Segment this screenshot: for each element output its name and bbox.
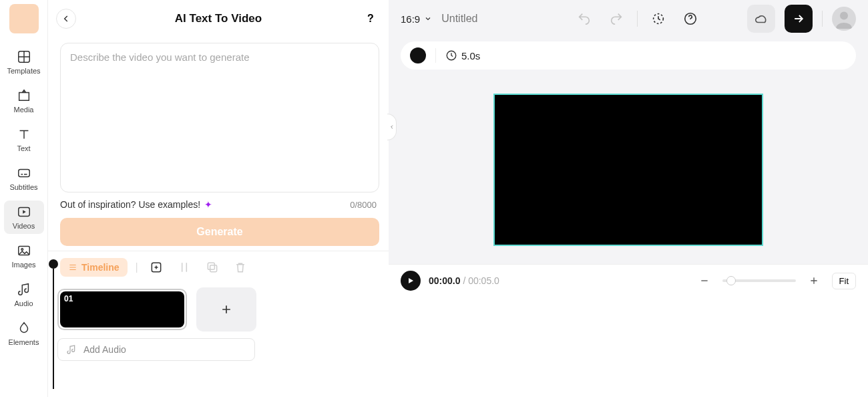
- help-top-button[interactable]: [679, 7, 702, 30]
- sidebar-item-elements[interactable]: Elements: [4, 317, 44, 350]
- split-button[interactable]: [174, 257, 194, 277]
- minus-icon: [699, 275, 710, 286]
- scene-duration: 5.0s: [461, 50, 480, 61]
- inspiration-link[interactable]: Out of inspiration? Use examples! ✦: [60, 199, 212, 210]
- history-icon: [651, 11, 666, 26]
- sidebar-item-text[interactable]: Text: [4, 123, 44, 156]
- svg-rect-6: [210, 265, 216, 272]
- scene-color-swatch[interactable]: [410, 47, 426, 63]
- text-icon: [17, 127, 31, 142]
- add-clip-button[interactable]: [196, 287, 256, 332]
- add-scene-button[interactable]: [146, 257, 166, 277]
- svg-rect-7: [208, 263, 214, 269]
- zoom-slider[interactable]: [722, 279, 796, 282]
- sidebar-item-templates[interactable]: Templates: [4, 45, 44, 79]
- sidebar-item-label: Images: [11, 261, 35, 269]
- copy-button[interactable]: [202, 257, 222, 277]
- clip-number: 01: [64, 294, 73, 303]
- sparkle-icon: ✦: [204, 199, 212, 210]
- help-button[interactable]: ?: [361, 9, 381, 29]
- sidebar-item-label: Elements: [9, 338, 39, 346]
- elements-icon: [17, 321, 31, 336]
- trash-icon: [234, 261, 247, 274]
- videos-icon: [17, 205, 31, 219]
- export-button[interactable]: [785, 5, 813, 33]
- chevron-left-icon: [61, 14, 71, 23]
- delete-button[interactable]: [230, 257, 250, 277]
- chevron-left-icon: [389, 124, 395, 130]
- svg-point-4: [21, 249, 23, 251]
- project-title-input[interactable]: [441, 13, 521, 25]
- fit-button[interactable]: Fit: [832, 273, 856, 289]
- templates-icon: [17, 49, 31, 64]
- play-button[interactable]: [401, 271, 421, 291]
- sidebar-item-videos[interactable]: Videos: [4, 201, 44, 234]
- user-avatar[interactable]: [832, 7, 856, 31]
- play-icon: [406, 276, 415, 285]
- split-icon: [178, 261, 191, 274]
- add-audio-button[interactable]: Add Audio: [57, 338, 255, 361]
- sidebar-item-images[interactable]: Images: [4, 239, 44, 273]
- sidebar-item-subtitles[interactable]: Subtitles: [4, 162, 44, 195]
- media-icon: [17, 88, 31, 103]
- cloud-save-button[interactable]: [747, 5, 775, 33]
- svg-rect-1: [18, 170, 29, 177]
- prompt-textarea[interactable]: [70, 51, 369, 184]
- sidebar-item-label: Text: [17, 144, 30, 152]
- aspect-ratio-dropdown[interactable]: 16:9: [401, 13, 432, 25]
- arrow-right-icon: [792, 12, 805, 25]
- redo-icon: [609, 11, 624, 26]
- sidebar-item-label: Videos: [13, 222, 35, 230]
- cloud-icon: [754, 11, 769, 26]
- copy-icon: [206, 261, 219, 274]
- char-counter: 0/8000: [350, 200, 377, 210]
- history-button[interactable]: [647, 7, 670, 30]
- images-icon: [17, 243, 31, 258]
- prompt-textarea-wrap: [60, 43, 379, 192]
- timeline-toggle[interactable]: Timeline: [60, 258, 128, 277]
- playback-time: 00:00.0 / 00:05.0: [429, 275, 499, 286]
- zoom-in-button[interactable]: [803, 269, 825, 292]
- avatar-icon: [832, 7, 856, 31]
- redo-button[interactable]: [605, 7, 628, 30]
- scene-info-bar: 5.0s: [401, 41, 856, 70]
- undo-icon: [577, 11, 592, 26]
- help-icon: [683, 11, 698, 26]
- sidebar-item-label: Media: [14, 106, 34, 114]
- chevron-down-icon: [424, 15, 432, 23]
- timeline-icon: [68, 263, 77, 272]
- undo-button[interactable]: [573, 7, 596, 30]
- generate-button[interactable]: Generate: [60, 218, 379, 246]
- scene-clip-1[interactable]: 01: [57, 289, 187, 330]
- zoom-out-button[interactable]: [693, 269, 716, 292]
- subtitles-icon: [17, 166, 31, 180]
- sidebar-item-label: Subtitles: [9, 183, 37, 191]
- app-logo[interactable]: [9, 4, 39, 33]
- sidebar-item-audio[interactable]: Audio: [4, 278, 44, 311]
- sidebar-item-label: Templates: [7, 67, 40, 75]
- sidebar-item-label: Audio: [14, 299, 33, 307]
- svg-point-10: [840, 12, 848, 20]
- sidebar-item-media[interactable]: Media: [4, 84, 44, 118]
- video-canvas[interactable]: [493, 94, 763, 246]
- audio-icon: [17, 282, 31, 297]
- back-button[interactable]: [56, 9, 76, 29]
- playhead[interactable]: [52, 259, 55, 397]
- audio-icon: [66, 344, 77, 355]
- clock-icon: [445, 49, 457, 61]
- add-icon: [150, 261, 163, 274]
- panel-title: AI Text To Video: [175, 12, 262, 25]
- plus-icon: [220, 303, 233, 316]
- plus-icon: [809, 275, 819, 286]
